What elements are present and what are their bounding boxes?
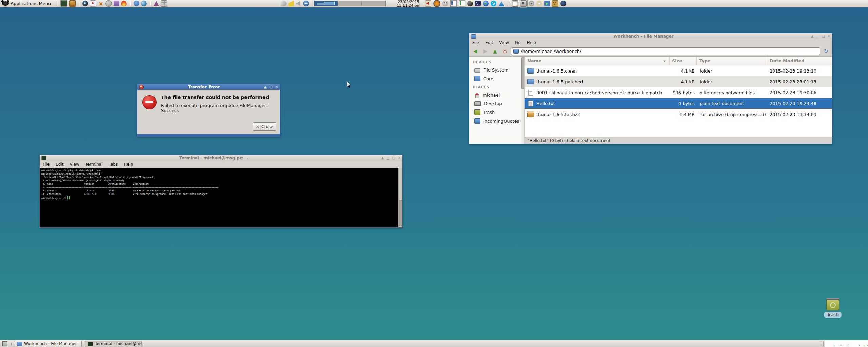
clipboard-icon[interactable]: [512, 0, 518, 7]
smplayer-icon[interactable]: [498, 1, 504, 6]
calculator-icon[interactable]: [161, 0, 167, 7]
file-row[interactable]: thunar-1.6.5.tar.bz2 1.4 MB Tar archive …: [525, 109, 832, 120]
scrollbar-thumb[interactable]: [399, 200, 402, 226]
close-button[interactable]: ×: [828, 33, 830, 39]
tray-applet[interactable]: [825, 340, 868, 347]
terminal-content[interactable]: michael@msg-pc:~$ dpkg -l xfdesktop4 thu…: [40, 168, 402, 227]
menu-item-file[interactable]: File: [472, 40, 479, 45]
thunderbird-icon[interactable]: [303, 1, 309, 6]
taskbar-window-button[interactable]: Workbench - File Manager: [14, 341, 82, 347]
close-button[interactable]: ×: [275, 84, 278, 90]
minimize-button[interactable]: ▁: [816, 33, 819, 39]
whistle-icon[interactable]: [281, 1, 287, 6]
forward-button[interactable]: ▶: [481, 47, 489, 55]
video-player-icon[interactable]: ▶: [544, 1, 550, 6]
dialog-titlebar[interactable]: Transfer Error ▲ □ ×: [137, 84, 280, 90]
minimize-button[interactable]: ▁: [387, 155, 389, 161]
google-earth-icon[interactable]: [483, 1, 489, 6]
screenshot-icon[interactable]: [520, 0, 527, 7]
sidebar-item-core[interactable]: Core: [469, 74, 521, 83]
terminal-titlebar[interactable]: Terminal - michael@msg-pc: ~ ▲ ▁ □ ×: [40, 155, 402, 161]
file-manager-sidebar: DEVICES File System Core PLACES michael …: [469, 57, 521, 144]
menu-item-help[interactable]: Help: [124, 162, 133, 167]
close-button[interactable]: ×: [398, 155, 401, 161]
media-masks-icon[interactable]: [114, 1, 119, 6]
menu-item-view[interactable]: View: [499, 40, 509, 45]
card-game-icon[interactable]: [90, 0, 96, 7]
file-row[interactable]: Hello.txt 0 bytes plain text document 20…: [525, 98, 832, 109]
maximize-button[interactable]: □: [822, 33, 825, 39]
logout-icon[interactable]: [425, 0, 431, 7]
eclipse-icon[interactable]: [560, 1, 566, 6]
audio-player-icon[interactable]: [433, 0, 440, 7]
tray-grip[interactable]: [821, 341, 824, 346]
menu-item-help[interactable]: Help: [527, 40, 536, 45]
panel-clock[interactable]: 23/02/2015 11:11:24 pm: [393, 0, 425, 7]
writer-document-icon[interactable]: [450, 0, 457, 7]
show-desktop-button[interactable]: [0, 340, 9, 347]
shade-button[interactable]: ▲: [381, 155, 384, 161]
trash-label: Trash: [824, 312, 842, 318]
mouse-cursor: [347, 81, 351, 88]
column-header-size[interactable]: Size: [669, 57, 696, 65]
file-manager-launcher-icon[interactable]: [69, 0, 76, 7]
chat-icon[interactable]: [134, 1, 139, 6]
menu-item-view[interactable]: View: [70, 162, 79, 167]
film-reel-icon[interactable]: [529, 1, 534, 6]
workspace-cell[interactable]: [362, 1, 386, 6]
night-sky-icon[interactable]: [475, 1, 481, 6]
column-header-name[interactable]: Name ∨: [525, 58, 669, 63]
dialer-icon[interactable]: [105, 0, 112, 7]
cheese-wedge-icon[interactable]: [288, 1, 294, 6]
applications-menu-button[interactable]: Applications Menu: [1, 1, 54, 6]
web-browser-icon[interactable]: [141, 1, 147, 6]
path-bar[interactable]: /home/michael/Workbench/: [511, 47, 820, 55]
calc-spreadsheet-icon[interactable]: [459, 0, 465, 7]
gimp-icon[interactable]: [442, 1, 448, 6]
home-button[interactable]: ⌂: [501, 47, 509, 55]
workspace-cell[interactable]: [338, 1, 362, 6]
disc-burner-icon[interactable]: [536, 1, 542, 6]
sidebar-item-michael[interactable]: michael: [469, 91, 521, 99]
menu-item-go[interactable]: Go: [515, 40, 521, 45]
terminal-scrollbar[interactable]: [398, 168, 402, 227]
menu-item-file[interactable]: File: [43, 162, 50, 167]
sidebar-item-desktop[interactable]: Desktop: [469, 99, 521, 108]
back-button[interactable]: ◀: [472, 47, 479, 55]
reload-button[interactable]: ↻: [822, 47, 830, 55]
sidebar-item-trash[interactable]: Trash: [469, 108, 521, 117]
terminal-launcher-icon[interactable]: [60, 0, 67, 7]
circuit-board-icon[interactable]: [552, 0, 558, 7]
maximize-button[interactable]: □: [269, 84, 272, 90]
sidebar-item-file system[interactable]: File System: [469, 66, 521, 74]
prism-icon[interactable]: [154, 1, 159, 6]
shade-button[interactable]: ▲: [811, 33, 814, 39]
file-row[interactable]: 0001-Fallback-to-non-cached-version-of-s…: [525, 87, 832, 98]
column-header-type[interactable]: Type: [696, 57, 767, 65]
xkill-icon[interactable]: ×: [98, 1, 104, 6]
skype-icon[interactable]: S: [491, 1, 496, 6]
scrollbar-thumb[interactable]: [521, 57, 524, 89]
maximize-button[interactable]: □: [392, 155, 395, 161]
column-header-date[interactable]: Date Modified: [767, 57, 832, 65]
file-row[interactable]: thunar-1.6.5.patched 4.1 kB folder 2015-…: [525, 76, 832, 87]
menu-item-terminal[interactable]: Terminal: [85, 162, 103, 167]
volume-icon[interactable]: [296, 1, 301, 6]
dark-sphere-icon[interactable]: [467, 1, 473, 6]
file-manager-titlebar[interactable]: Workbench - File Manager ▲ ▁ □ ×: [469, 33, 832, 39]
shade-button[interactable]: ▲: [264, 84, 267, 90]
menu-item-edit[interactable]: Edit: [485, 40, 493, 45]
close-dialog-button[interactable]: × Close: [253, 122, 276, 131]
taskbar-grip[interactable]: [11, 341, 13, 346]
taskbar-window-button[interactable]: Terminal - michael@msg-...: [85, 341, 142, 347]
desktop-trash-icon[interactable]: Trash: [824, 298, 842, 318]
steam-icon[interactable]: [82, 1, 88, 6]
up-button[interactable]: ▲: [491, 47, 499, 55]
workspace-cell[interactable]: [314, 1, 338, 6]
flame-icon[interactable]: [121, 1, 127, 6]
menu-item-tabs[interactable]: Tabs: [109, 162, 118, 167]
sidebar-scrollbar[interactable]: [521, 57, 525, 144]
file-row[interactable]: thunar-1.6.5.clean 4.1 kB folder 2015-02…: [525, 65, 832, 76]
menu-item-edit[interactable]: Edit: [56, 162, 63, 167]
sidebar-item-incomingquotes[interactable]: IncomingQuotes: [469, 117, 521, 125]
